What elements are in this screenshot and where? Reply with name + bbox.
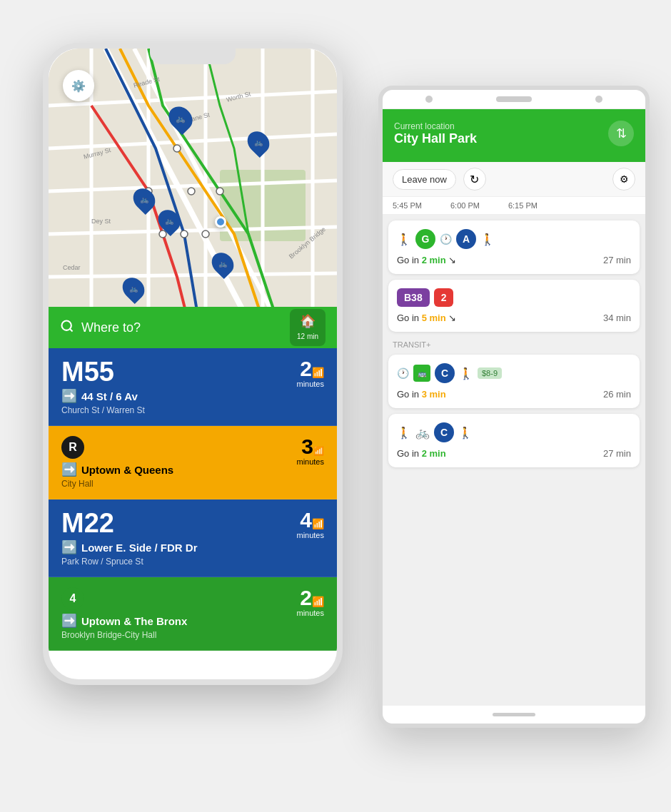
bike-icon-4: 🚲 [415,426,430,440]
g-badge: G [415,229,435,249]
phone-right: Current location City Hall Park ⇅ Leave … [378,86,650,728]
walk-icon-4: 🚶 [397,426,411,440]
current-location-dot [215,216,226,228]
direction-4: ➡️ Uptown & The Bronx [61,613,324,629]
route-card-3[interactable]: 🕐 🚌 C 🚶 $8-9 Go in 3 min 26 min [388,355,640,408]
svg-point-19 [181,230,188,238]
stop-4: Brooklyn Bridge-City Hall [61,630,324,640]
route-card-1[interactable]: 🚶 G 🕐 A 🚶 Go in 2 min ↘ 27 min [388,220,640,274]
search-icon [60,319,74,336]
clock-icon-1: 🕐 [440,233,452,245]
time-slot-1: 5:45 PM [393,201,422,210]
transit-row-4[interactable]: 4 ➡️ Uptown & The Bronx Brooklyn Bridge-… [49,577,337,651]
go-in-1: Go in 2 min ↘ [397,255,456,265]
line-name-m22: M22 [61,509,324,537]
4-badge: 4 [61,587,84,610]
home-bar[interactable] [493,713,535,716]
transit-icon-3: 🚌 [413,365,430,382]
route-card-4[interactable]: 🚶 🚲 C 🚶 Go in 2 min 27 min [388,414,640,467]
transit-row-m22[interactable]: M22 ➡️ Lower E. Side / FDR Dr Park Row /… [49,499,337,577]
stop-m22: Park Row / Spruce St [61,557,324,567]
walk-icon-1: 🚶 [397,233,411,246]
svg-point-29 [62,321,71,330]
search-placeholder: Where to? [81,320,290,335]
svg-point-16 [173,145,181,152]
route-info-4: Go in 2 min 27 min [397,448,631,459]
svg-point-17 [188,188,195,195]
current-location-label: Current location [394,121,608,131]
speaker-pill [496,96,532,102]
minutes-4: 2📶 minutes [296,587,324,617]
transit-list: M55 ➡️ 44 St / 6 Av Church St / Warren S… [49,348,337,651]
price-badge-3: $8-9 [478,367,502,379]
total-time-4: 27 min [603,448,631,459]
home-badge[interactable]: 🏠 12 min [290,309,326,346]
transit-plus-label: TRANSIT+ [383,338,645,349]
walk-icon-2: 🚶 [480,233,495,246]
direction-m55: ➡️ 44 St / 6 Av [61,388,324,404]
sensor-dot [595,96,602,103]
refresh-button[interactable]: ↻ [463,168,486,191]
route-icons-4: 🚶 🚲 C 🚶 [397,422,631,442]
transit-row-m55[interactable]: M55 ➡️ 44 St / 6 Av Church St / Warren S… [49,348,337,426]
home-label: 12 min [297,333,318,340]
time-header: 5:45 PM 6:00 PM 6:15 PM [383,197,645,215]
search-bar[interactable]: Where to? 🏠 12 min [49,307,337,348]
line-name-m55: M55 [61,358,324,385]
current-location-row: Current location City Hall Park ⇅ [394,121,634,146]
leave-now-button[interactable]: Leave now [393,169,456,190]
c-badge-1: C [435,363,455,383]
route-header: Current location City Hall Park ⇅ [383,109,645,162]
r-badge: R [61,436,84,459]
route-card-2[interactable]: B38 2 Go in 5 min ↘ 34 min [388,280,640,332]
route-icons-3: 🕐 🚌 C 🚶 $8-9 [397,363,631,383]
route-info-3: Go in 3 min 26 min [397,389,631,400]
total-time-1: 27 min [603,255,631,265]
svg-line-30 [70,329,73,332]
direction-m22: ➡️ Lower E. Side / FDR Dr [61,539,324,555]
home-icon: 🏠 [297,313,318,329]
total-time-2: 34 min [603,313,631,323]
c-badge-2: C [434,422,454,442]
location-text: Current location City Hall Park [394,121,608,146]
swap-button[interactable]: ⇅ [608,121,634,146]
route-icons-1: 🚶 G 🕐 A 🚶 [397,229,631,249]
go-in-2: Go in 5 min ↘ [397,313,456,323]
time-slot-2: 6:00 PM [450,201,480,210]
2-badge: 2 [434,288,454,307]
map-area[interactable]: Murray St Reade St Duane St Worth St Dey… [49,49,337,348]
routes-container: 🚶 G 🕐 A 🚶 Go in 2 min ↘ 27 min B38 [383,215,645,706]
go-in-3: Go in 3 min [397,389,446,400]
svg-point-21 [216,188,223,195]
notch [150,49,236,64]
go-in-4: Go in 2 min [397,448,446,459]
route-info-1: Go in 2 min ↘ 27 min [397,255,631,265]
total-time-3: 26 min [603,389,631,400]
minutes-r: 3📶 minutes [296,436,324,466]
walk-icon-5: 🚶 [458,426,473,440]
settings-button-right[interactable]: ⚙ [612,168,635,191]
direction-r: ➡️ Uptown & Queens [61,462,324,477]
stop-r: City Hall [61,479,324,489]
clock-icon-3: 🕐 [397,367,409,379]
android-status-bar [383,90,645,109]
a-badge: A [456,229,476,249]
android-bottom-bar [383,706,645,724]
svg-text:Dey St: Dey St [91,218,111,225]
controls-row: Leave now ↻ ⚙ [383,162,645,197]
camera-dot [425,96,433,103]
destination-value: City Hall Park [394,131,608,146]
route-icons-2: B38 2 [397,288,631,307]
minutes-m55: 2📶 minutes [296,358,324,388]
transit-row-r[interactable]: R ➡️ Uptown & Queens City Hall 3📶 minute… [49,426,337,499]
stop-m55: Church St / Warren St [61,405,324,415]
route-info-2: Go in 5 min ↘ 34 min [397,313,631,323]
phone-left: Murray St Reade St Duane St Worth St Dey… [43,43,343,685]
svg-text:Cedar: Cedar [63,264,81,271]
settings-button[interactable]: ⚙️ [63,70,94,101]
time-slot-3: 6:15 PM [508,201,538,210]
svg-point-20 [202,230,209,238]
b38-badge: B38 [397,288,430,307]
walk-icon-3: 🚶 [459,367,473,380]
minutes-m22: 4📶 minutes [296,509,324,539]
